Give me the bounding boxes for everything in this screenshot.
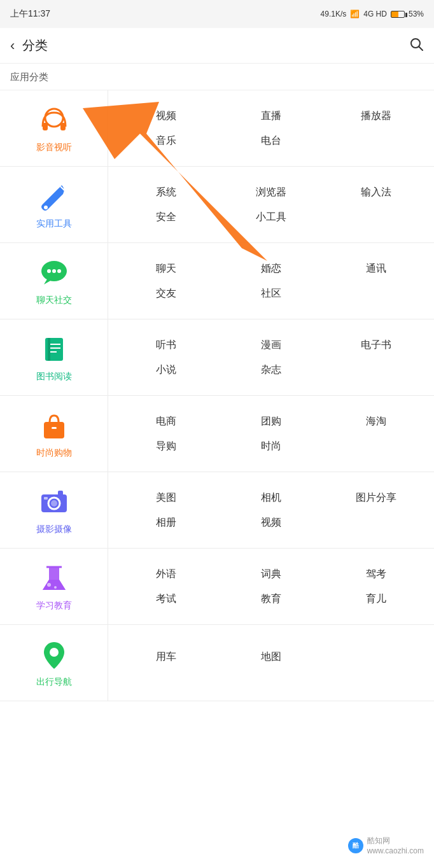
search-button[interactable] [409, 36, 424, 55]
svg-point-5 [44, 206, 48, 209]
battery-percent: 53% [409, 10, 424, 18]
sub-item-education-0[interactable]: 外语 [113, 566, 218, 582]
svg-line-1 [419, 46, 423, 50]
sub-item-shopping-2[interactable]: 海淘 [324, 414, 429, 430]
svg-point-8 [47, 269, 51, 273]
sub-item-shopping-4[interactable]: 时尚 [218, 438, 323, 454]
sub-item-photo-1[interactable]: 相机 [218, 490, 323, 506]
sub-item-media-4[interactable]: 电台 [218, 133, 323, 149]
watermark-text: 酷知网 www.caozhi.com [367, 836, 424, 855]
sub-item-transport-3 [113, 674, 218, 676]
sub-item-reading-2[interactable]: 电子书 [324, 337, 429, 353]
sub-item-transport-5 [324, 674, 429, 676]
sub-item-media-1[interactable]: 直播 [218, 108, 323, 124]
network-speed: 49.1K/s [321, 10, 347, 18]
sub-item-photo-3[interactable]: 相册 [113, 515, 218, 531]
svg-point-26 [50, 648, 59, 657]
sub-item-transport-1[interactable]: 地图 [218, 649, 323, 665]
category-row-education: 学习教育外语词典驾考考试教育育儿 [0, 549, 434, 625]
sub-item-education-3[interactable]: 考试 [113, 591, 218, 607]
category-right-transport: 用车地图 [108, 625, 434, 701]
category-label-transport: 出行导航 [36, 676, 72, 688]
sub-item-tools-2[interactable]: 输入法 [324, 185, 429, 200]
watermark-logo: 酷 [348, 838, 363, 853]
category-row-reading: 图书阅读听书漫画电子书小说杂志 [0, 319, 434, 396]
sub-item-media-3[interactable]: 音乐 [113, 133, 218, 149]
sub-item-media-0[interactable]: 视频 [113, 108, 218, 124]
svg-rect-16 [44, 422, 64, 438]
category-right-education: 外语词典驾考考试教育育儿 [108, 549, 434, 624]
category-right-photo: 美图相机图片分享相册视频 [108, 472, 434, 548]
sub-item-chat-4[interactable]: 社区 [218, 286, 323, 302]
svg-point-9 [52, 269, 56, 273]
bag-icon [38, 409, 71, 442]
sub-item-shopping-1[interactable]: 团购 [218, 414, 323, 430]
svg-point-24 [47, 583, 51, 587]
sub-item-media-2[interactable]: 播放器 [324, 108, 429, 124]
headphone-icon [38, 104, 71, 137]
sub-item-chat-3[interactable]: 交友 [113, 286, 218, 302]
svg-point-25 [54, 586, 57, 589]
category-left-chat[interactable]: 聊天社交 [0, 243, 108, 319]
sub-item-tools-3[interactable]: 安全 [113, 209, 218, 225]
sub-item-shopping-0[interactable]: 电商 [113, 414, 218, 430]
sub-item-photo-2[interactable]: 图片分享 [324, 490, 429, 506]
svg-point-10 [57, 269, 61, 273]
sub-item-tools-0[interactable]: 系统 [113, 185, 218, 200]
svg-point-2 [45, 109, 63, 127]
sub-item-reading-4[interactable]: 杂志 [218, 362, 323, 378]
sub-item-chat-0[interactable]: 聊天 [113, 261, 218, 277]
sub-item-chat-2[interactable]: 通讯 [324, 261, 429, 277]
sub-item-education-2[interactable]: 驾考 [324, 566, 429, 582]
sub-item-reading-5 [324, 362, 429, 378]
category-label-media: 影音视听 [36, 142, 72, 153]
category-row-tools: 实用工具系统浏览器输入法安全小工具 [0, 167, 434, 243]
category-row-media: 影音视听视频直播播放器音乐电台 [0, 90, 434, 167]
sub-item-transport-0[interactable]: 用车 [113, 649, 218, 665]
svg-rect-12 [48, 338, 50, 361]
sub-item-reading-3[interactable]: 小说 [113, 362, 218, 378]
sub-item-photo-0[interactable]: 美图 [113, 490, 218, 506]
sub-item-photo-5 [324, 515, 429, 531]
sub-item-education-4[interactable]: 教育 [218, 591, 323, 607]
sub-item-reading-1[interactable]: 漫画 [218, 337, 323, 353]
network-type: 4G HD [363, 10, 387, 18]
category-left-shopping[interactable]: 时尚购物 [0, 396, 108, 472]
sub-item-transport-2 [324, 649, 429, 665]
sub-item-chat-1[interactable]: 婚恋 [218, 261, 323, 277]
watermark: 酷 酷知网 www.caozhi.com [348, 836, 424, 855]
sub-item-tools-4[interactable]: 小工具 [218, 209, 323, 225]
category-left-tools[interactable]: 实用工具 [0, 167, 108, 242]
category-right-shopping: 电商团购海淘导购时尚 [108, 396, 434, 472]
category-label-education: 学习教育 [36, 600, 72, 612]
svg-rect-22 [44, 497, 48, 500]
sub-item-photo-4[interactable]: 视频 [218, 515, 323, 531]
battery-icon [391, 11, 405, 18]
sub-item-chat-5 [324, 286, 429, 302]
sub-item-media-5 [324, 133, 429, 149]
sub-item-reading-0[interactable]: 听书 [113, 337, 218, 353]
category-left-reading[interactable]: 图书阅读 [0, 319, 108, 395]
category-left-education[interactable]: 学习教育 [0, 549, 108, 624]
signal-icons: 📶 [350, 10, 360, 18]
category-left-photo[interactable]: 摄影摄像 [0, 472, 108, 548]
back-button[interactable]: ‹ [10, 39, 15, 53]
category-label-chat: 聊天社交 [36, 295, 72, 306]
category-right-chat: 聊天婚恋通讯交友社区 [108, 243, 434, 319]
sub-item-education-5[interactable]: 育儿 [324, 591, 429, 607]
category-left-transport[interactable]: 出行导航 [0, 625, 108, 701]
category-row-transport: 出行导航用车地图 [0, 625, 434, 701]
category-right-tools: 系统浏览器输入法安全小工具 [108, 167, 434, 242]
svg-rect-21 [58, 491, 63, 496]
sub-item-shopping-5 [324, 438, 429, 454]
chat-icon [38, 256, 71, 290]
sub-item-tools-1[interactable]: 浏览器 [218, 185, 323, 200]
category-left-media[interactable]: 影音视听 [0, 90, 108, 166]
time: 上午11:37 [10, 8, 50, 20]
book-icon [38, 333, 71, 366]
sub-item-education-1[interactable]: 词典 [218, 566, 323, 582]
category-row-shopping: 时尚购物电商团购海淘导购时尚 [0, 396, 434, 472]
svg-point-20 [51, 500, 57, 507]
category-right-media: 视频直播播放器音乐电台 [108, 90, 434, 166]
sub-item-shopping-3[interactable]: 导购 [113, 438, 218, 454]
